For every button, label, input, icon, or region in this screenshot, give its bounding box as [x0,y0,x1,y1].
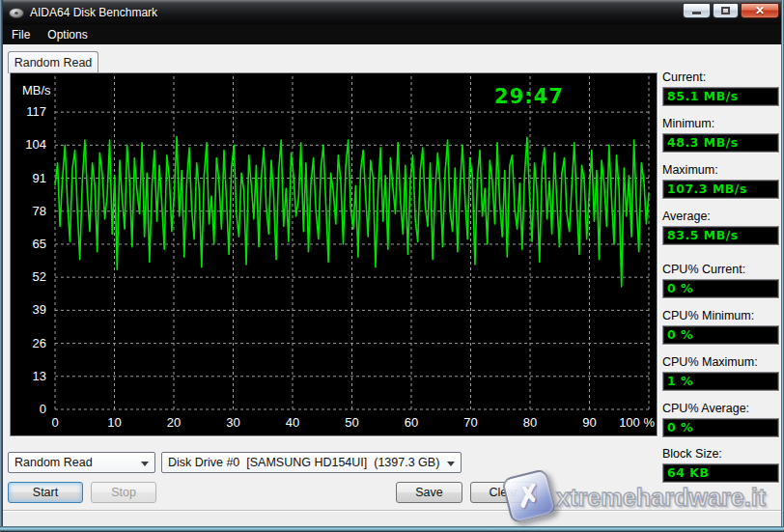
start-button[interactable]: Start [8,482,83,503]
clear-label: Clear [490,486,518,499]
stat-current: Current: 85.1 MB/s [662,70,779,106]
svg-text:39: 39 [33,302,46,317]
start-label: Start [33,486,58,499]
benchmark-chart-panel: 0132639526578911041170102030405060708090… [10,72,658,436]
svg-text:117: 117 [26,104,46,119]
stop-label: Stop [111,486,136,499]
stat-label: CPU% Average: [662,402,779,415]
svg-text:100 %: 100 % [619,415,655,430]
stat-maximum: Maximum: 107.3 MB/s [662,163,779,199]
svg-text:0: 0 [40,402,46,416]
stat-label: Current: [662,70,779,84]
stat-value: 0 % [662,325,779,345]
svg-text:20: 20 [167,415,181,430]
svg-text:29:47: 29:47 [494,85,564,108]
test-type-selected: Random Read [14,456,93,469]
stat-value: 0 % [662,418,779,437]
stat-value: 64 KB [662,463,779,483]
svg-text:50: 50 [345,415,358,430]
stat-label: CPU% Current: [662,263,779,276]
stat-average: Average: 83.5 MB/s [662,210,779,245]
drive-selected: Disk Drive #0 [SAMSUNG HD154UI] (1397.3 … [168,456,439,469]
app-window: AIDA64 Disk Benchmark ✕ File Options Ran… [0,0,784,532]
drive-combobox[interactable]: Disk Drive #0 [SAMSUNG HD154UI] (1397.3 … [161,452,462,473]
svg-text:10: 10 [107,415,121,430]
window-frame-left [0,0,3,532]
chevron-down-icon [447,462,455,466]
stat-cpu-current: CPU% Current: 0 % [662,263,779,298]
svg-text:91: 91 [33,171,46,185]
stats-panel: Current: 85.1 MB/s Minimum: 48.3 MB/s Ma… [662,0,779,532]
svg-text:13: 13 [33,369,46,383]
stat-value: 85.1 MB/s [662,87,779,106]
window-frame-bottom [0,526,784,532]
app-disk-icon [9,8,24,18]
svg-text:80: 80 [523,415,537,430]
svg-text:78: 78 [33,204,46,218]
stop-button[interactable]: Stop [91,482,156,503]
stat-value: 1 % [662,372,779,391]
save-button[interactable]: Save [396,482,462,503]
svg-text:0: 0 [51,415,58,430]
svg-text:26: 26 [33,336,46,350]
svg-text:90: 90 [582,415,596,430]
menu-options[interactable]: Options [39,26,96,43]
svg-text:30: 30 [226,415,239,430]
stat-value: 48.3 MB/s [662,133,779,153]
stat-label: Block Size: [662,447,779,461]
stat-cpu-minimum: CPU% Minimum: 0 % [662,309,779,345]
stat-cpu-maximum: CPU% Maximum: 1 % [662,355,779,391]
svg-text:MB/s: MB/s [22,83,51,98]
tab-label: Random Read [14,56,93,70]
svg-text:70: 70 [463,415,477,430]
stat-label: CPU% Maximum: [662,355,779,369]
stat-minimum: Minimum: 48.3 MB/s [662,117,779,153]
tab-random-read[interactable]: Random Read [8,51,98,73]
status-bar [3,512,781,526]
svg-text:52: 52 [33,269,46,284]
save-label: Save [415,486,443,499]
svg-text:60: 60 [405,415,418,430]
test-type-combobox[interactable]: Random Read [8,452,155,473]
stat-label: Maximum: [662,163,779,177]
clear-button[interactable]: Clear [470,482,537,503]
menu-file[interactable]: File [3,26,39,43]
stat-label: Average: [662,210,779,223]
stat-label: CPU% Minimum: [662,309,779,322]
chevron-down-icon [141,462,149,466]
svg-text:104: 104 [25,137,46,152]
stat-value: 107.3 MB/s [662,180,779,199]
stat-value: 83.5 MB/s [662,226,779,245]
benchmark-chart: 0132639526578911041170102030405060708090… [11,73,657,435]
window-title: AIDA64 Disk Benchmark [30,6,157,19]
svg-text:65: 65 [33,237,46,251]
svg-text:40: 40 [286,415,299,430]
stat-cpu-average: CPU% Average: 0 % [662,402,779,437]
stat-label: Minimum: [662,117,779,130]
stat-block-size: Block Size: 64 KB [662,447,779,483]
stat-value: 0 % [662,279,779,298]
